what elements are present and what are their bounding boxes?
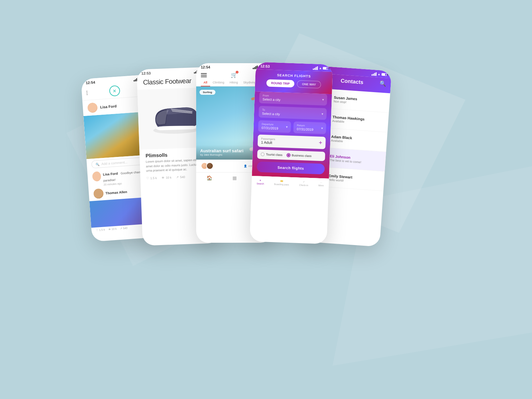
more-icon: ···	[320, 181, 322, 184]
contact-info-susan: Susan James Non stop!	[333, 95, 385, 106]
likes: ♡ 1.5 k	[96, 228, 105, 232]
boarding-icon: 🎫	[280, 180, 283, 183]
shares: ↗ 540	[120, 227, 127, 230]
nav-more[interactable]: ··· More	[318, 181, 324, 187]
departure-label: Departure	[262, 123, 278, 126]
cart-badge: 1	[236, 71, 238, 73]
time-2: 12:53	[141, 71, 151, 75]
stat-likes: ♡ 1.5 k	[146, 176, 157, 180]
tab-hiking[interactable]: Hiking	[227, 79, 241, 86]
user-name: Lisa Ford	[100, 104, 117, 109]
flights-header: SEARCH FLIGHTS ROUND TRIP ONE WAY	[255, 69, 332, 94]
phone-flights: 12:53 ▲ SEARCH FLIGHTS ROUND TRIP ONE WA…	[250, 62, 333, 244]
one-way-btn[interactable]: ONE WAY	[297, 80, 321, 88]
comment-user-name: Thomas Allen	[105, 190, 127, 195]
to-chevron: ▾	[322, 112, 323, 116]
friend-avatars	[201, 162, 213, 170]
to-value: Select a city	[262, 112, 280, 116]
dates-row: Departure 07/31/2019 ▾ Return 07/31/2019…	[258, 120, 326, 134]
tab-climbing[interactable]: Climbing	[210, 79, 227, 86]
business-class-label: Business class	[292, 154, 312, 158]
search-nav-icon: ✈	[259, 179, 261, 182]
contact-info-eli: Eli Johnson The best is vet to come!	[330, 154, 381, 165]
nav-grid[interactable]: ▦	[232, 175, 237, 181]
return-label: Return	[297, 124, 314, 128]
search-flights-btn[interactable]: Search flights	[257, 161, 325, 174]
nav-boarding-pass[interactable]: 🎫 Boarding pass	[274, 180, 289, 186]
nav-search[interactable]: ✈ Search	[257, 179, 264, 185]
app-logo: ✕	[109, 85, 120, 96]
class-selection: Tourist class Business class	[257, 149, 325, 161]
contact-info-thomas-h: Thomas Hawkings Available	[332, 115, 384, 126]
views: 👁 10 k	[108, 227, 117, 231]
signal-icon-4	[313, 66, 318, 70]
time-4: 12:53	[260, 64, 270, 68]
checkin-icon: ✓	[303, 181, 305, 183]
nav-checkin[interactable]: ✓ Check-in	[299, 181, 308, 187]
contact-info-emily: Emily Stewart Hello world!	[328, 174, 380, 185]
contacts-search-btn[interactable]: 🔍	[379, 80, 386, 87]
return-value: 07/31/2019	[297, 127, 313, 132]
passengers-value: 1 Adult	[261, 140, 275, 145]
contacts-title: Contacts	[340, 78, 364, 85]
time-1: 12:54	[86, 80, 95, 85]
business-radio[interactable]	[286, 153, 290, 157]
post-user: Lisa Ford	[103, 172, 118, 176]
from-field[interactable]: From Select a city ▾	[259, 92, 327, 106]
cart-button[interactable]: 🛒 1	[231, 72, 237, 78]
menu-button[interactable]	[201, 73, 207, 77]
return-field[interactable]: Return 07/31/2019 ▾	[293, 121, 326, 134]
from-label: From	[263, 94, 281, 98]
contact-info-adam: Adam Black Available	[331, 134, 382, 146]
business-class-option[interactable]: Business class	[286, 153, 312, 158]
round-trip-btn[interactable]: ROUND TRIP	[266, 79, 295, 87]
flights-body: From Select a city ▾ To Select a city ▾ …	[252, 91, 332, 179]
return-chevron: ▾	[321, 126, 323, 130]
passengers-field[interactable]: Passengers 1 Adult +	[258, 134, 326, 149]
nav-home[interactable]: 🏠	[206, 175, 212, 181]
menu-dots[interactable]	[86, 90, 88, 95]
phones-showcase: 12:54 ▲ ✕ Lisa Ford	[66, 50, 466, 349]
add-passenger-btn[interactable]: +	[319, 139, 322, 146]
tab-all[interactable]: All	[201, 79, 210, 86]
battery-icon-4	[323, 67, 328, 70]
from-chevron: ▾	[322, 98, 324, 101]
departure-field[interactable]: Departure 07/31/2019 ▾	[258, 120, 291, 133]
tourist-class-option[interactable]: Tourist class	[261, 152, 283, 157]
tourist-class-label: Tourist class	[266, 153, 283, 157]
to-field[interactable]: To Select a city ▾	[259, 106, 327, 120]
status-icons-5: ▲	[371, 72, 387, 76]
signal-icon-5	[371, 72, 377, 76]
stat-views: 👁 10 k	[162, 176, 172, 179]
status-icons-4: ▲	[313, 66, 328, 70]
comment-placeholder: Add a comment...	[101, 160, 128, 166]
from-value: Select a city	[262, 97, 280, 102]
battery-icon-5	[381, 73, 387, 76]
to-label: To	[262, 108, 280, 112]
time-3: 12:54	[201, 65, 210, 69]
tourist-radio[interactable]	[261, 152, 265, 156]
wifi-icon-4: ▲	[319, 66, 322, 70]
surfing-badge: Surfing	[200, 90, 215, 95]
stat-shares: ↗ 540	[176, 175, 185, 179]
departure-chevron: ▾	[286, 125, 288, 129]
wifi-icon-5: ▲	[377, 72, 381, 76]
user-avatar	[87, 102, 98, 113]
departure-value: 07/31/2019	[261, 126, 278, 130]
